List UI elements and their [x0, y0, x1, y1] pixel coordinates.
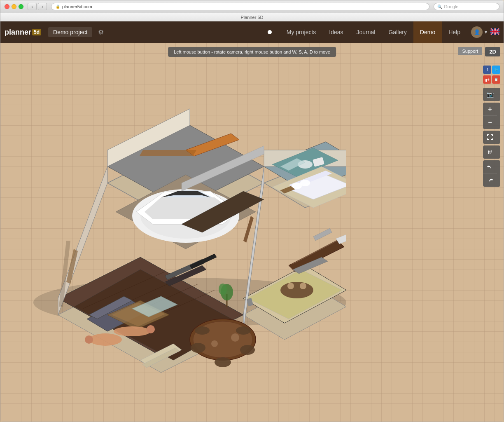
flag-icon[interactable] — [490, 28, 499, 36]
google-plus-button[interactable]: g+ — [483, 75, 491, 84]
svg-point-44 — [85, 335, 93, 344]
redo-icon — [487, 177, 493, 183]
maximize-button[interactable] — [19, 4, 23, 9]
search-placeholder: Google — [444, 4, 458, 9]
svg-point-58 — [280, 282, 313, 298]
logo-area: planner5d — [5, 28, 42, 37]
nav-separator-dot — [268, 30, 272, 34]
twitter-icon: 🐦 — [494, 68, 499, 72]
zoom-out-icon: − — [488, 119, 492, 126]
search-icon: 🔍 — [437, 5, 442, 9]
app-nav: planner5d Demo project ⚙ My projects Ide… — [0, 21, 504, 43]
svg-point-65 — [215, 357, 231, 367]
window-titlebar: Planner 5D — [0, 13, 504, 21]
svg-point-67 — [195, 326, 210, 335]
svg-marker-84 — [243, 216, 254, 243]
units-button[interactable]: ft² — [483, 145, 497, 159]
user-menu[interactable]: 👤 ▾ — [471, 26, 487, 38]
app-container: planner5d Demo project ⚙ My projects Ide… — [0, 21, 504, 422]
social-buttons: f 🐦 g+ 📋 — [483, 66, 500, 84]
right-sidebar: f 🐦 g+ 📋 📷 — [483, 66, 500, 187]
social-row-1: f 🐦 — [483, 66, 500, 74]
svg-point-64 — [191, 343, 205, 353]
back-button[interactable]: ‹ — [28, 3, 37, 10]
camera-tooltip: Left mouse button - rotate camera, right… — [168, 47, 336, 57]
fullscreen-button[interactable] — [483, 131, 497, 144]
svg-point-79 — [300, 180, 310, 186]
minimize-button[interactable] — [12, 4, 16, 9]
nav-ideas[interactable]: Ideas — [322, 21, 350, 43]
window-title: Planner 5D — [240, 15, 263, 20]
svg-point-69 — [231, 333, 239, 342]
svg-marker-53 — [289, 241, 344, 272]
fullscreen-icon — [487, 134, 493, 141]
user-avatar[interactable]: 👤 — [471, 26, 483, 38]
tooltip-text: Left mouse button - rotate camera, right… — [174, 49, 330, 54]
svg-point-59 — [287, 283, 294, 289]
undo-icon — [487, 164, 493, 170]
zoom-in-button[interactable]: + — [483, 103, 497, 116]
camera-tool-group: 📷 — [483, 88, 500, 101]
browser-frame: ‹ › 🔒 planner5d.com 🔍 Google Planner 5D … — [0, 0, 504, 422]
search-bar[interactable]: 🔍 Google — [434, 3, 499, 10]
camera-button[interactable]: 📷 — [483, 88, 497, 101]
nav-my-projects[interactable]: My projects — [280, 21, 323, 43]
url-text: planner5d.com — [62, 4, 92, 9]
logo: planner5d — [5, 28, 42, 37]
settings-button[interactable]: ⚙ — [96, 27, 106, 38]
fullscreen-tool-group — [483, 131, 500, 144]
facebook-button[interactable]: f — [483, 66, 491, 74]
svg-point-45 — [114, 326, 151, 336]
social-row-2: g+ 📋 — [483, 75, 500, 84]
browser-titlebar: ‹ › 🔒 planner5d.com 🔍 Google — [0, 0, 504, 13]
zoom-in-icon: + — [488, 106, 492, 113]
svg-rect-31 — [139, 150, 196, 156]
twitter-button[interactable]: 🐦 — [492, 66, 500, 74]
svg-point-70 — [211, 340, 218, 347]
nav-gallery[interactable]: Gallery — [382, 21, 413, 43]
nav-help[interactable]: Help — [442, 21, 467, 43]
zoom-out-button[interactable]: − — [483, 116, 497, 129]
svg-point-43 — [89, 333, 122, 346]
svg-point-46 — [147, 325, 155, 333]
project-name[interactable]: Demo project — [48, 27, 92, 37]
nav-journal[interactable]: Journal — [350, 21, 382, 43]
secure-icon: 🔒 — [56, 5, 60, 9]
floor-plan-view[interactable] — [0, 43, 504, 422]
google-share-button[interactable]: 📋 — [492, 75, 500, 84]
svg-point-60 — [300, 283, 306, 289]
user-dropdown-arrow[interactable]: ▾ — [485, 29, 487, 35]
units-label: ft² — [488, 150, 492, 155]
nav-links: My projects Ideas Journal Gallery Demo H… — [280, 21, 467, 43]
svg-marker-56 — [313, 228, 332, 241]
browser-navigation: ‹ › — [28, 3, 47, 10]
undo-button[interactable] — [483, 160, 497, 173]
canvas-area[interactable]: Left mouse button - rotate camera, right… — [0, 43, 504, 422]
address-bar[interactable]: 🔒 planner5d.com — [51, 3, 429, 10]
forward-button[interactable]: › — [38, 3, 47, 10]
units-tool-group: ft² — [483, 145, 500, 159]
zoom-tool-group: + − — [483, 103, 500, 129]
svg-point-51 — [219, 284, 227, 295]
svg-point-66 — [240, 345, 255, 355]
history-tool-group — [483, 160, 500, 187]
svg-point-68 — [236, 326, 251, 335]
main-area: Left mouse button - rotate camera, right… — [0, 43, 504, 422]
window-controls — [5, 4, 23, 9]
nav-demo[interactable]: Demo — [413, 21, 442, 43]
close-button[interactable] — [5, 4, 9, 9]
logo-badge: 5d — [32, 29, 41, 35]
redo-button[interactable] — [483, 173, 497, 187]
